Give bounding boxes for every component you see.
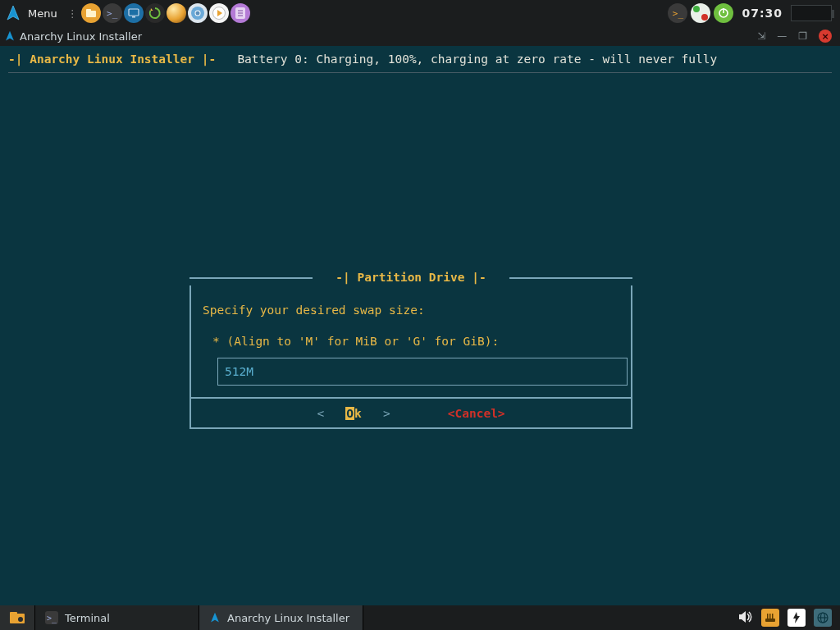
battery-indicator[interactable] xyxy=(791,5,832,21)
menu-label[interactable]: Menu xyxy=(26,7,64,20)
taskbar-spacer xyxy=(363,605,730,630)
bottom-tray xyxy=(730,605,840,630)
taskbar-item-installer[interactable]: Anarchy Linux Installer xyxy=(199,605,363,630)
svg-point-16 xyxy=(18,617,23,622)
maximize-button[interactable]: ❐ xyxy=(798,30,807,42)
top-panel: Menu ⋮ >_ >_ 0 xyxy=(0,0,840,26)
taskbar-label: Anarchy Linux Installer xyxy=(227,612,349,624)
launcher-row: >_ xyxy=(81,3,250,23)
svg-rect-13 xyxy=(724,8,725,13)
power-icon[interactable] xyxy=(788,609,806,627)
svg-rect-15 xyxy=(10,612,17,616)
header-app: -| Anarchy Linux Installer |- xyxy=(8,52,216,66)
window-title-text: Anarchy Linux Installer xyxy=(20,30,142,43)
header-battery: Battery 0: Charging, 100%, charging at z… xyxy=(237,52,717,66)
terminal-icon: >_ xyxy=(45,611,58,624)
svg-rect-3 xyxy=(132,16,135,18)
cancel-button[interactable]: <Cancel> xyxy=(448,405,505,422)
pin-button[interactable]: ⇲ xyxy=(757,30,765,42)
top-tray: >_ 07:30 xyxy=(668,3,840,23)
files-icon[interactable] xyxy=(81,3,101,23)
tray-terminal-icon[interactable]: >_ xyxy=(668,3,687,23)
partition-dialog: -| Partition Drive |- Specify your desir… xyxy=(189,269,632,429)
app-icon xyxy=(0,30,20,42)
clock: 07:30 xyxy=(737,7,788,20)
ok-button[interactable]: < Ok > xyxy=(317,405,390,422)
ball-icon[interactable] xyxy=(167,3,186,23)
chromium-icon[interactable] xyxy=(188,3,208,23)
minimize-button[interactable]: — xyxy=(777,30,787,42)
close-button[interactable]: × xyxy=(819,30,832,43)
svg-rect-19 xyxy=(769,614,771,619)
menu-button[interactable] xyxy=(0,0,26,26)
show-desktop-button[interactable] xyxy=(0,605,35,630)
svg-rect-1 xyxy=(86,9,91,12)
volume-icon[interactable] xyxy=(738,610,753,626)
dialog-buttons: < Ok > <Cancel> xyxy=(189,398,632,429)
player-icon[interactable] xyxy=(209,3,229,23)
separator: ⋮ xyxy=(64,7,81,20)
terminal-area: -| Anarchy Linux Installer |- Battery 0:… xyxy=(5,46,835,600)
terminal-icon[interactable]: >_ xyxy=(103,3,122,23)
svg-rect-2 xyxy=(129,9,139,16)
network-icon[interactable] xyxy=(761,609,779,627)
globe-icon[interactable] xyxy=(814,609,832,627)
prompt-text: Specify your desired swap size: xyxy=(203,302,619,318)
terminal-rule xyxy=(8,72,832,73)
svg-rect-17 xyxy=(765,619,775,622)
taskbar-item-terminal[interactable]: >_ Terminal xyxy=(35,605,199,630)
svg-point-6 xyxy=(195,11,199,16)
bottom-taskbar: >_ Terminal Anarchy Linux Installer xyxy=(0,605,840,630)
swap-size-input[interactable]: 512M xyxy=(217,358,628,386)
hint-text: * (Align to 'M' for MiB or 'G' for GiB): xyxy=(203,318,619,349)
arch-icon xyxy=(209,612,221,623)
taskbar-label: Terminal xyxy=(65,612,110,624)
svg-rect-20 xyxy=(772,614,774,619)
tray-logout-icon[interactable] xyxy=(714,3,733,23)
terminal-header: -| Anarchy Linux Installer |- Battery 0:… xyxy=(5,46,835,71)
window-titlebar: Anarchy Linux Installer ⇲ — ❐ × xyxy=(0,26,840,46)
tray-flag-icon[interactable] xyxy=(691,3,710,23)
svg-rect-18 xyxy=(767,614,769,619)
sync-icon[interactable] xyxy=(145,3,165,23)
monitor-icon[interactable] xyxy=(124,3,144,23)
editor-icon[interactable] xyxy=(231,3,250,23)
